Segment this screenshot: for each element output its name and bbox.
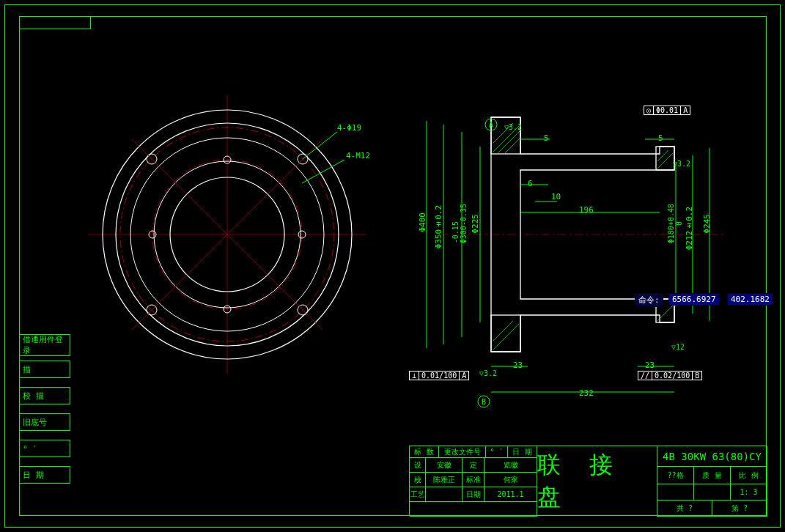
svg-line-35 <box>497 130 520 154</box>
side-r5: 日 期 <box>19 466 70 484</box>
side-r4: ° ′ <box>19 440 70 457</box>
tb-r0a: 设 <box>410 458 426 473</box>
svg-rect-30 <box>491 315 520 352</box>
svg-line-19 <box>303 132 337 159</box>
tb-h2: ° ′ <box>486 446 508 458</box>
coord-y-tooltip: 402.1682 <box>727 293 773 306</box>
svg-line-38 <box>493 321 513 341</box>
svg-line-20 <box>302 160 344 183</box>
dim-d245: Φ245 <box>702 214 712 234</box>
side-r1: 描 <box>19 361 70 378</box>
side-r0: 借通用件登录 <box>19 334 70 356</box>
title-block: 标 数 更改文件号 ° ′ 日 期 设 安徽 定 览徽 校 陈雅正 标准 何家 … <box>409 446 767 516</box>
gdt-bl: ⊥0.01/100A <box>409 371 469 380</box>
svg-line-41 <box>657 306 673 321</box>
tb-r2d: 2011.1 <box>484 487 537 502</box>
tb-r2a: 工艺 <box>410 487 426 502</box>
surf-32-bl: ▽3.2 <box>479 369 497 377</box>
dim-232: 232 <box>579 388 594 398</box>
meta-c2: 比 例 <box>731 467 767 484</box>
meta-c4: 第 ? <box>712 500 767 517</box>
gdt-top: ◎Φ0.01A <box>644 106 690 115</box>
coord-x-tooltip: 6566.6927 <box>668 293 720 306</box>
dim-d225: Φ225 <box>471 214 480 234</box>
tb-r2c: 日期 <box>462 487 484 502</box>
side-r2: 校 描 <box>19 387 70 404</box>
dim-d212: Φ212±0.2 <box>685 207 694 250</box>
meta-scale: 1: 3 <box>731 484 767 500</box>
dim-23b: 23 <box>645 361 655 370</box>
callout-4phi19: 4-Φ19 <box>337 123 361 133</box>
dim-d180: Φ180+0.48 0 <box>667 204 683 243</box>
side-r3: 旧底号 <box>19 413 70 431</box>
tb-h0: 标 数 <box>410 446 439 458</box>
command-prompt[interactable]: 命令: <box>635 293 663 307</box>
dim-5a: 5 <box>544 133 549 143</box>
tb-r2b <box>426 487 462 502</box>
surf-32-right: ▽3.2 <box>673 160 690 168</box>
tb-r1d: 何家 <box>484 473 537 487</box>
tb-r0c: 定 <box>462 458 484 473</box>
surf-32-top: ▽3.2 <box>504 123 522 131</box>
meta-c1: 质 量 <box>694 467 731 484</box>
tb-r1c: 标准 <box>462 473 484 487</box>
section-view: A B <box>410 103 748 410</box>
tb-r0b: 安徽 <box>426 458 462 473</box>
tb-h1: 更改文件号 <box>439 446 486 458</box>
dim-5b: 5 <box>658 133 663 143</box>
dim-d350: Φ350±0.2 <box>434 205 443 248</box>
tb-r1a: 校 <box>410 473 426 487</box>
dim-23a: 23 <box>513 361 523 370</box>
svg-line-37 <box>493 324 519 350</box>
part-number: 4B 30KW 63(80)CY <box>657 446 767 467</box>
tb-bottom-strip <box>410 502 537 517</box>
dim-196: 196 <box>579 205 594 215</box>
svg-line-40 <box>657 150 668 161</box>
front-view <box>88 95 366 374</box>
tb-r1b: 陈雅正 <box>426 473 462 487</box>
svg-rect-31 <box>656 147 674 170</box>
dim-d300: -0.15 Φ300-0.35 <box>452 204 468 243</box>
meta-c3: 共 ? <box>657 500 712 517</box>
meta-blank2 <box>694 484 731 500</box>
tb-h3: 日 期 <box>508 446 537 458</box>
meta-c0: ??格 <box>657 467 694 484</box>
dim-6: 6 <box>528 179 533 188</box>
svg-line-39 <box>657 153 673 169</box>
svg-text:A: A <box>489 121 493 129</box>
svg-line-36 <box>504 138 520 154</box>
gdt-br: //0.02/100B <box>638 371 702 380</box>
tb-r0d: 览徽 <box>484 458 537 473</box>
drawing-title: 联 接 盘 <box>537 446 657 517</box>
callout-4m12: 4-M12 <box>346 151 370 160</box>
dim-10: 10 <box>551 192 561 202</box>
corner-box <box>19 16 91 29</box>
surf-12: ▽12 <box>671 343 685 351</box>
dim-d400: Φ400 <box>418 213 427 232</box>
svg-text:B: B <box>482 398 486 406</box>
meta-blank1 <box>657 484 694 500</box>
